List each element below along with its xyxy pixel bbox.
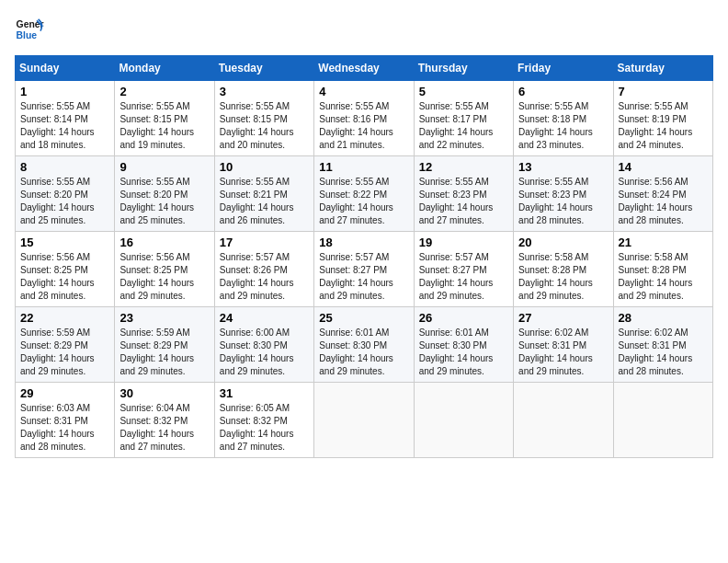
calendar-cell [613, 383, 712, 458]
calendar-cell: 11 Sunrise: 5:55 AMSunset: 8:22 PMDaylig… [314, 156, 414, 232]
cell-info: Sunrise: 5:57 AMSunset: 8:27 PMDaylight:… [419, 252, 494, 301]
day-number: 23 [119, 311, 209, 325]
day-number: 7 [619, 85, 708, 98]
calendar-cell: 21 Sunrise: 5:58 AMSunset: 8:28 PMDaylig… [613, 232, 712, 307]
calendar-cell: 13 Sunrise: 5:55 AMSunset: 8:23 PMDaylig… [514, 156, 613, 232]
calendar-cell: 16 Sunrise: 5:56 AMSunset: 8:25 PMDaylig… [115, 232, 214, 307]
day-number: 28 [619, 311, 708, 325]
calendar-cell [314, 383, 414, 458]
calendar-cell: 9 Sunrise: 5:55 AMSunset: 8:20 PMDayligh… [115, 156, 214, 232]
day-number: 12 [419, 160, 508, 174]
calendar-cell: 28 Sunrise: 6:02 AMSunset: 8:31 PMDaylig… [613, 307, 712, 383]
cell-info: Sunrise: 5:55 AMSunset: 8:21 PMDaylight:… [220, 177, 294, 225]
cell-info: Sunrise: 6:02 AMSunset: 8:31 PMDaylight:… [619, 327, 693, 376]
cell-info: Sunrise: 5:55 AMSunset: 8:17 PMDaylight:… [419, 101, 494, 150]
calendar-cell: 8 Sunrise: 5:55 AMSunset: 8:20 PMDayligh… [16, 156, 115, 232]
cell-info: Sunrise: 5:55 AMSunset: 8:16 PMDaylight:… [319, 101, 393, 150]
calendar-cell: 5 Sunrise: 5:55 AMSunset: 8:17 PMDayligh… [414, 81, 513, 156]
day-number: 11 [319, 160, 408, 174]
cell-info: Sunrise: 5:57 AMSunset: 8:26 PMDaylight:… [220, 252, 294, 301]
cell-info: Sunrise: 5:55 AMSunset: 8:20 PMDaylight:… [119, 177, 194, 225]
svg-text:Blue: Blue [17, 30, 38, 40]
cell-info: Sunrise: 5:56 AMSunset: 8:25 PMDaylight:… [20, 252, 95, 301]
calendar-cell [514, 383, 613, 458]
cell-info: Sunrise: 5:56 AMSunset: 8:25 PMDaylight:… [119, 252, 194, 301]
calendar-cell: 27 Sunrise: 6:02 AMSunset: 8:31 PMDaylig… [514, 307, 613, 383]
day-number: 3 [220, 85, 309, 98]
cell-info: Sunrise: 5:59 AMSunset: 8:29 PMDaylight:… [20, 327, 95, 376]
day-number: 10 [220, 160, 309, 174]
calendar-cell: 18 Sunrise: 5:57 AMSunset: 8:27 PMDaylig… [314, 232, 414, 307]
calendar-cell: 24 Sunrise: 6:00 AMSunset: 8:30 PMDaylig… [214, 307, 313, 383]
day-number: 14 [619, 160, 708, 174]
calendar-table: SundayMondayTuesdayWednesdayThursdayFrid… [15, 55, 713, 458]
day-header-monday: Monday [115, 56, 214, 81]
calendar-body: 1 Sunrise: 5:55 AMSunset: 8:14 PMDayligh… [16, 81, 713, 458]
day-header-thursday: Thursday [414, 56, 513, 81]
calendar-week-5: 29 Sunrise: 6:03 AMSunset: 8:31 PMDaylig… [16, 383, 713, 458]
day-number: 4 [319, 85, 408, 98]
day-header-saturday: Saturday [613, 56, 712, 81]
cell-info: Sunrise: 6:01 AMSunset: 8:30 PMDaylight:… [319, 327, 393, 376]
cell-info: Sunrise: 5:55 AMSunset: 8:15 PMDaylight:… [220, 101, 294, 150]
day-header-sunday: Sunday [16, 56, 115, 81]
cell-info: Sunrise: 5:56 AMSunset: 8:24 PMDaylight:… [619, 177, 693, 225]
calendar-cell: 3 Sunrise: 5:55 AMSunset: 8:15 PMDayligh… [214, 81, 313, 156]
calendar-cell: 19 Sunrise: 5:57 AMSunset: 8:27 PMDaylig… [414, 232, 513, 307]
calendar-cell: 23 Sunrise: 5:59 AMSunset: 8:29 PMDaylig… [115, 307, 214, 383]
calendar-week-4: 22 Sunrise: 5:59 AMSunset: 8:29 PMDaylig… [16, 307, 713, 383]
cell-info: Sunrise: 6:00 AMSunset: 8:30 PMDaylight:… [220, 327, 294, 376]
calendar-cell: 2 Sunrise: 5:55 AMSunset: 8:15 PMDayligh… [115, 81, 214, 156]
day-number: 18 [319, 236, 408, 249]
day-number: 24 [220, 311, 309, 325]
day-number: 30 [119, 386, 209, 400]
calendar-cell: 10 Sunrise: 5:55 AMSunset: 8:21 PMDaylig… [214, 156, 313, 232]
calendar-cell: 4 Sunrise: 5:55 AMSunset: 8:16 PMDayligh… [314, 81, 414, 156]
calendar-cell: 1 Sunrise: 5:55 AMSunset: 8:14 PMDayligh… [16, 81, 115, 156]
day-number: 1 [20, 85, 109, 98]
day-number: 6 [518, 85, 608, 98]
calendar-cell: 12 Sunrise: 5:55 AMSunset: 8:23 PMDaylig… [414, 156, 513, 232]
calendar-cell: 31 Sunrise: 6:05 AMSunset: 8:32 PMDaylig… [214, 383, 313, 458]
cell-info: Sunrise: 5:55 AMSunset: 8:23 PMDaylight:… [518, 177, 593, 225]
day-number: 16 [119, 236, 209, 249]
calendar-cell: 7 Sunrise: 5:55 AMSunset: 8:19 PMDayligh… [613, 81, 712, 156]
cell-info: Sunrise: 5:55 AMSunset: 8:22 PMDaylight:… [319, 177, 393, 225]
day-number: 17 [220, 236, 309, 249]
day-header-wednesday: Wednesday [314, 56, 414, 81]
calendar-cell: 30 Sunrise: 6:04 AMSunset: 8:32 PMDaylig… [115, 383, 214, 458]
day-number: 21 [619, 236, 708, 249]
cell-info: Sunrise: 5:55 AMSunset: 8:18 PMDaylight:… [518, 101, 593, 150]
logo-icon: General Blue [15, 15, 44, 44]
day-header-friday: Friday [514, 56, 613, 81]
cell-info: Sunrise: 5:55 AMSunset: 8:20 PMDaylight:… [20, 177, 95, 225]
calendar-cell: 26 Sunrise: 6:01 AMSunset: 8:30 PMDaylig… [414, 307, 513, 383]
calendar-cell: 29 Sunrise: 6:03 AMSunset: 8:31 PMDaylig… [16, 383, 115, 458]
cell-info: Sunrise: 6:02 AMSunset: 8:31 PMDaylight:… [518, 327, 593, 376]
day-number: 20 [518, 236, 608, 249]
calendar-cell: 15 Sunrise: 5:56 AMSunset: 8:25 PMDaylig… [16, 232, 115, 307]
calendar-cell: 25 Sunrise: 6:01 AMSunset: 8:30 PMDaylig… [314, 307, 414, 383]
day-number: 31 [220, 386, 309, 400]
cell-info: Sunrise: 5:55 AMSunset: 8:14 PMDaylight:… [20, 101, 95, 150]
cell-info: Sunrise: 5:55 AMSunset: 8:19 PMDaylight:… [619, 101, 693, 150]
day-number: 26 [419, 311, 508, 325]
cell-info: Sunrise: 6:01 AMSunset: 8:30 PMDaylight:… [419, 327, 494, 376]
day-number: 25 [319, 311, 408, 325]
calendar-cell: 6 Sunrise: 5:55 AMSunset: 8:18 PMDayligh… [514, 81, 613, 156]
day-number: 19 [419, 236, 508, 249]
calendar-week-2: 8 Sunrise: 5:55 AMSunset: 8:20 PMDayligh… [16, 156, 713, 232]
cell-info: Sunrise: 6:05 AMSunset: 8:32 PMDaylight:… [220, 403, 294, 452]
day-number: 9 [119, 160, 209, 174]
day-number: 8 [20, 160, 109, 174]
day-number: 27 [518, 311, 608, 325]
cell-info: Sunrise: 6:04 AMSunset: 8:32 PMDaylight:… [119, 403, 194, 452]
cell-info: Sunrise: 5:55 AMSunset: 8:23 PMDaylight:… [419, 177, 494, 225]
calendar-cell: 22 Sunrise: 5:59 AMSunset: 8:29 PMDaylig… [16, 307, 115, 383]
calendar-cell: 20 Sunrise: 5:58 AMSunset: 8:28 PMDaylig… [514, 232, 613, 307]
day-number: 13 [518, 160, 608, 174]
calendar-week-1: 1 Sunrise: 5:55 AMSunset: 8:14 PMDayligh… [16, 81, 713, 156]
day-header-tuesday: Tuesday [214, 56, 313, 81]
cell-info: Sunrise: 5:57 AMSunset: 8:27 PMDaylight:… [319, 252, 393, 301]
cell-info: Sunrise: 6:03 AMSunset: 8:31 PMDaylight:… [20, 403, 95, 452]
